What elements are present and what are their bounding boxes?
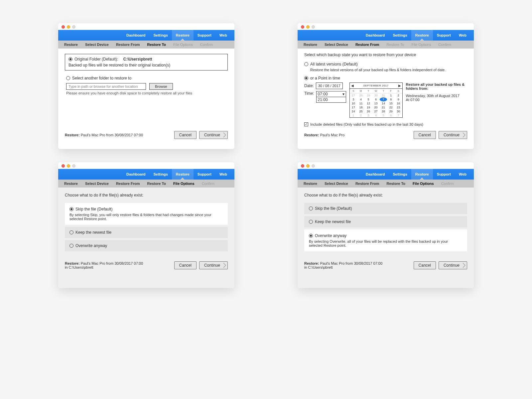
minimize-icon[interactable] (67, 25, 70, 29)
cal-day[interactable]: 6 (372, 97, 380, 101)
nav-support[interactable]: Support (194, 169, 215, 180)
cal-day[interactable]: 20 (372, 105, 380, 109)
step-select-device[interactable]: Select Device (325, 182, 348, 186)
radio-another-folder[interactable] (66, 76, 70, 80)
continue-button[interactable]: Continue (199, 131, 228, 139)
opt-overwrite[interactable]: Overwrite anyway (65, 240, 228, 251)
cal-day[interactable]: 8 (387, 97, 395, 101)
step-select-device[interactable]: Select Device (85, 182, 109, 186)
cal-day[interactable]: 7 (380, 97, 387, 101)
cancel-button[interactable]: Cancel (414, 131, 436, 139)
nav-web[interactable]: Web (455, 169, 470, 180)
time-option[interactable]: 21:00 (317, 97, 346, 102)
radio-skip[interactable] (69, 207, 73, 211)
step-file-options[interactable]: File Options (173, 182, 195, 186)
time-select[interactable]: 07:00▾ (317, 91, 346, 97)
nav-support[interactable]: Support (433, 30, 455, 41)
radio-overwrite[interactable] (309, 234, 313, 238)
step-restore-from[interactable]: Restore From (116, 182, 140, 186)
minimize-icon[interactable] (67, 164, 70, 168)
nav-settings[interactable]: Settings (389, 169, 411, 180)
close-icon[interactable] (301, 25, 304, 29)
cal-day[interactable]: 24 (350, 109, 357, 113)
minimize-icon[interactable] (306, 164, 310, 168)
nav-web[interactable]: Web (215, 169, 231, 180)
radio-point-in-time[interactable] (304, 76, 308, 80)
nav-dashboard[interactable]: Dashboard (122, 30, 149, 41)
cal-day[interactable]: 27 (372, 109, 380, 113)
date-input[interactable]: 30 / 08 / 2017 (316, 82, 343, 89)
step-restore-from[interactable]: Restore From (355, 43, 379, 47)
nav-restore[interactable]: Restore (411, 169, 433, 180)
step-restore-to[interactable]: Restore To (147, 182, 166, 186)
nav-settings[interactable]: Settings (149, 169, 172, 180)
path-input[interactable]: Type in path or browse for another locat… (66, 83, 146, 90)
step-restore-to[interactable]: Restore To (147, 43, 166, 47)
cal-day[interactable]: 11 (357, 101, 365, 105)
cal-prev-icon[interactable]: ◀ (351, 84, 354, 87)
close-icon[interactable] (301, 164, 304, 168)
cal-day[interactable]: 28 (380, 109, 387, 113)
step-restore-from[interactable]: Restore From (355, 182, 379, 186)
opt-keep[interactable]: Keep the newest file (65, 227, 228, 238)
nav-settings[interactable]: Settings (389, 30, 411, 41)
nav-restore[interactable]: Restore (172, 30, 194, 41)
radio-latest-versions[interactable] (304, 62, 308, 66)
radio-original-folder[interactable] (68, 57, 72, 61)
cal-day[interactable]: 1 (387, 93, 395, 97)
nav-dashboard[interactable]: Dashboard (362, 169, 389, 180)
checkbox-icon[interactable] (304, 122, 308, 126)
cal-next-icon[interactable]: ▶ (398, 84, 401, 87)
minimize-icon[interactable] (306, 25, 310, 29)
radio-skip[interactable] (309, 206, 313, 210)
step-restore[interactable]: Restore (304, 43, 317, 47)
nav-settings[interactable]: Settings (149, 30, 172, 41)
radio-overwrite[interactable] (69, 244, 73, 248)
close-icon[interactable] (62, 164, 65, 168)
radio-keep[interactable] (309, 220, 313, 224)
continue-button[interactable]: Continue (199, 261, 228, 269)
opt-skip[interactable]: Skip the file (Default) By selecting Ski… (65, 203, 228, 225)
cal-day[interactable]: 9 (395, 97, 402, 101)
nav-dashboard[interactable]: Dashboard (122, 169, 149, 180)
cal-day[interactable]: 30 (395, 109, 402, 113)
step-restore[interactable]: Restore (64, 182, 78, 186)
continue-button[interactable]: Continue (439, 131, 467, 139)
cal-day[interactable]: 14 (380, 101, 387, 105)
cal-day[interactable]: 5 (365, 97, 372, 101)
cal-day[interactable]: 3 (350, 97, 357, 101)
cal-day[interactable]: 15 (387, 101, 395, 105)
cal-day[interactable]: 10 (350, 101, 357, 105)
step-file-options[interactable]: File Options (413, 182, 434, 186)
cal-day[interactable]: 22 (387, 105, 395, 109)
step-restore[interactable]: Restore (304, 182, 317, 186)
cal-day[interactable]: 29 (387, 109, 395, 113)
radio-keep[interactable] (69, 230, 73, 234)
option-original-folder[interactable]: Original Folder (Default): C:\Users\pbre… (65, 54, 228, 70)
opt-skip[interactable]: Skip the file (Default) (304, 203, 467, 214)
nav-restore[interactable]: Restore (172, 169, 194, 180)
opt-overwrite[interactable]: Overwrite anyway By selecting Overwrite,… (304, 229, 467, 251)
cal-day[interactable]: 17 (350, 105, 357, 109)
nav-web[interactable]: Web (455, 30, 470, 41)
cal-day[interactable]: 4 (357, 97, 365, 101)
step-select-device[interactable]: Select Device (85, 43, 109, 47)
cal-day[interactable]: 16 (395, 101, 402, 105)
browse-button[interactable]: Browse (149, 83, 173, 90)
cal-day[interactable]: 26 (365, 109, 372, 113)
cancel-button[interactable]: Cancel (414, 261, 436, 269)
cal-day[interactable]: 2 (395, 93, 402, 97)
opt-keep[interactable]: Keep the newest file (304, 216, 467, 227)
step-restore-to[interactable]: Restore To (386, 182, 405, 186)
nav-web[interactable]: Web (215, 30, 231, 41)
continue-button[interactable]: Continue (439, 261, 467, 269)
cancel-button[interactable]: Cancel (174, 261, 197, 269)
nav-restore[interactable]: Restore (411, 30, 433, 41)
cal-day[interactable]: 12 (365, 101, 372, 105)
step-restore[interactable]: Restore (64, 43, 78, 47)
nav-dashboard[interactable]: Dashboard (362, 30, 389, 41)
cal-day[interactable]: 25 (357, 109, 365, 113)
step-restore-from[interactable]: Restore From (116, 43, 140, 47)
nav-support[interactable]: Support (433, 169, 455, 180)
nav-support[interactable]: Support (194, 30, 215, 41)
